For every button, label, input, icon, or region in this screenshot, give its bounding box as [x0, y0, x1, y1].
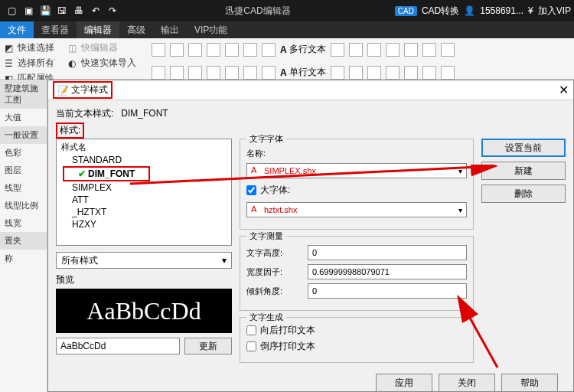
menubar: 文件 查看器 编辑器 高级 输出 VIP功能 [0, 21, 574, 38]
bigfont-combo[interactable]: Ahztxt.shx [246, 202, 467, 217]
back-print-checkbox[interactable] [246, 325, 256, 335]
draw-tool-icon[interactable] [404, 43, 418, 57]
close-icon[interactable]: ✕ [559, 83, 569, 97]
rev-print-checkbox[interactable] [246, 341, 256, 351]
style-item[interactable]: ATT [58, 194, 230, 206]
draw-tool-icon[interactable] [262, 43, 276, 57]
all-styles-dropdown[interactable]: 所有样式 [56, 252, 232, 269]
ribbon-draw-tools: A多行文本 A单行文本 [150, 41, 569, 76]
width-input[interactable]: 0.699999988079071 [308, 264, 467, 279]
draw-tool-icon[interactable] [331, 43, 344, 57]
dialog-title: 文字样式 [71, 83, 108, 96]
bigfont-checkbox[interactable] [246, 185, 256, 195]
panel-item[interactable]: 大值 [0, 109, 47, 126]
height-label: 文字高度: [246, 247, 302, 259]
panel-item[interactable]: 线宽 [0, 214, 47, 232]
draw-tool-icon[interactable] [225, 43, 239, 57]
draw-tool-icon[interactable] [441, 43, 455, 57]
apply-button[interactable]: 应用 [376, 374, 432, 392]
set-current-button[interactable]: 设置当前 [481, 139, 566, 157]
draw-tool-icon[interactable] [349, 66, 363, 80]
tab-advanced[interactable]: 高级 [119, 21, 153, 38]
panel-header: 一般设置 [0, 126, 47, 144]
update-button[interactable]: 更新 [184, 338, 232, 354]
draw-tool-icon[interactable] [331, 66, 344, 80]
delete-button[interactable]: 删除 [481, 185, 566, 203]
font-name-combo[interactable]: ASIMPLEX.shx [246, 163, 467, 178]
draw-tool-icon[interactable] [422, 43, 436, 57]
open-icon[interactable]: ▣ [20, 2, 37, 19]
font-icon: A [251, 165, 262, 176]
panel-item[interactable]: 线型比例 [0, 197, 47, 214]
app-title: 迅捷CAD编辑器 [121, 5, 395, 18]
multiline-text-tool[interactable]: A多行文本 [280, 43, 326, 56]
user-label[interactable]: 1558691... [480, 5, 523, 16]
redo-icon[interactable]: ↷ [104, 2, 121, 19]
panel-item[interactable]: 色彩 [0, 144, 47, 162]
style-item[interactable]: _HZTXT [58, 206, 230, 218]
draw-tool-icon[interactable] [386, 43, 400, 57]
dialog-titlebar: 📝文字样式 ✕ [48, 80, 573, 100]
rev-print-label: 倒序打印文本 [260, 340, 315, 353]
new-button[interactable]: 新建 [481, 162, 566, 180]
quick-select-tool[interactable]: ◩快速选择 [5, 41, 54, 54]
draw-tool-icon[interactable] [441, 66, 455, 80]
tab-output[interactable]: 输出 [153, 21, 187, 38]
style-list[interactable]: 样式名 STANDARD ✔DIM_FONT SIMPLEX ATT _HZTX… [56, 139, 232, 246]
tab-editor[interactable]: 编辑器 [77, 21, 119, 38]
current-style-value: DIM_FONT [121, 108, 168, 119]
tab-viewer[interactable]: 查看器 [34, 21, 77, 38]
titlebar: ▢ ▣ 💾 🖫 🖶 ↶ ↷ 迅捷CAD编辑器 CAD CAD转换 👤 15586… [0, 0, 574, 21]
draw-tool-icon[interactable] [367, 66, 381, 80]
import-entity-tool[interactable]: ◐快速实体导入 [68, 57, 136, 70]
close-button[interactable]: 关闭 [439, 374, 495, 392]
style-item[interactable]: HZXY [58, 218, 230, 230]
draw-tool-icon[interactable] [262, 66, 276, 80]
draw-tool-icon[interactable] [243, 66, 257, 80]
preview-label: 预览 [56, 273, 232, 286]
new-icon[interactable]: ▢ [3, 2, 20, 19]
panel-item[interactable]: 线型 [0, 179, 47, 197]
measure-legend: 文字测量 [246, 230, 286, 242]
draw-tool-icon[interactable] [188, 43, 202, 57]
name-label: 名称: [246, 148, 302, 159]
angle-input[interactable]: 0 [308, 283, 467, 299]
draw-tool-icon[interactable] [170, 43, 184, 57]
tab-vipfn[interactable]: VIP功能 [187, 21, 235, 38]
save-icon[interactable]: 💾 [37, 2, 54, 19]
undo-icon[interactable]: ↶ [87, 2, 104, 19]
draw-tool-icon[interactable] [207, 43, 220, 57]
saveas-icon[interactable]: 🖫 [54, 2, 70, 19]
draw-tool-icon[interactable] [225, 66, 239, 80]
draw-tool-icon[interactable] [207, 66, 220, 80]
cad-convert-link[interactable]: CAD转换 [422, 5, 459, 18]
draw-tool-icon[interactable] [188, 66, 202, 80]
style-item[interactable]: STANDARD [58, 154, 230, 166]
draw-tool-icon[interactable] [404, 66, 418, 80]
text-style-icon: 📝 [57, 85, 69, 96]
draw-tool-icon[interactable] [386, 66, 400, 80]
panel-item[interactable]: 称 [0, 250, 47, 267]
preview-box: AaBbCcDd [56, 289, 232, 333]
style-item-selected[interactable]: ✔DIM_FONT [63, 166, 150, 181]
draw-tool-icon[interactable] [422, 66, 436, 80]
height-input[interactable]: 0 [308, 245, 467, 260]
draw-tool-icon[interactable] [152, 43, 165, 57]
style-item[interactable]: SIMPLEX [58, 181, 230, 194]
draw-tool-icon[interactable] [243, 43, 257, 57]
tab-file[interactable]: 文件 [0, 21, 34, 38]
singleline-text-tool[interactable]: A单行文本 [280, 66, 326, 79]
ribbon-toolbar: ◩快速选择 ☰选择所有 ◧匹配属性 ◫快编辑器 ◐快速实体导入 A多行文本 A单… [0, 38, 574, 80]
panel-item[interactable]: 图层 [0, 162, 47, 179]
print-icon[interactable]: 🖶 [70, 2, 87, 19]
draw-tool-icon[interactable] [349, 43, 363, 57]
preview-input[interactable] [56, 338, 180, 354]
gen-legend: 文字生成 [246, 312, 286, 323]
help-button[interactable]: 帮助 [501, 374, 558, 392]
quick-edit-tool[interactable]: ◫快编辑器 [68, 41, 136, 54]
draw-tool-icon[interactable] [170, 66, 184, 80]
select-all-tool[interactable]: ☰选择所有 [5, 57, 54, 70]
vip-link[interactable]: 加入VIP [538, 5, 571, 18]
draw-tool-icon[interactable] [367, 43, 381, 57]
draw-tool-icon[interactable] [152, 66, 165, 80]
